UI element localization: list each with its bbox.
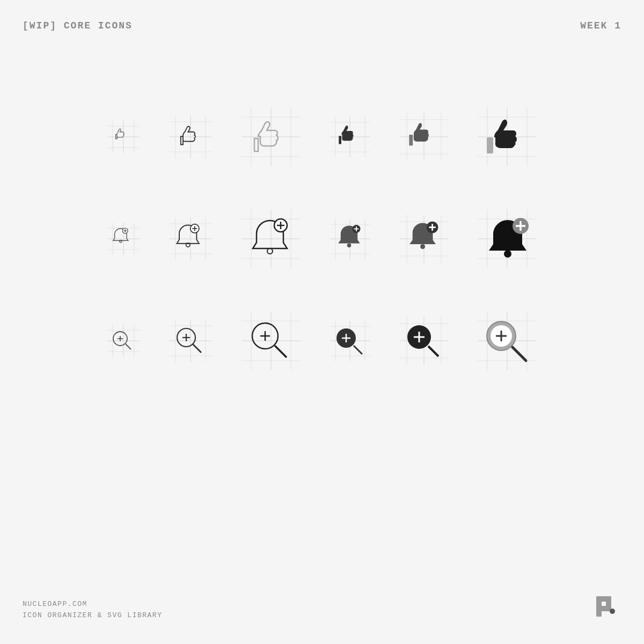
- icon-grid: [0, 107, 644, 370]
- bell-add-icon-xxl: [478, 209, 537, 268]
- svg-line-150: [428, 346, 438, 356]
- nucleo-logo: [592, 592, 621, 621]
- zoom-in-icon-sm: [169, 319, 212, 362]
- bell-add-icon-lg: [330, 219, 370, 259]
- footer-line1: NUCLEOAPP.COM: [23, 599, 162, 610]
- thumbs-up-icon-xs: [107, 121, 140, 153]
- svg-rect-37: [487, 137, 493, 153]
- footer-line2: ICON ORGANIZER & SVG LIBRARY: [23, 610, 162, 621]
- bell-add-row: [107, 209, 537, 268]
- svg-line-120: [193, 344, 201, 353]
- bell-add-icon-xl: [400, 215, 448, 263]
- svg-point-167: [610, 609, 615, 614]
- zoom-in-icon-xl: [400, 317, 448, 365]
- thumbs-up-icon-lg: [330, 117, 370, 157]
- header-right: WEEK 1: [580, 20, 621, 31]
- svg-rect-166: [596, 606, 611, 611]
- thumbs-up-icon-xxl: [478, 107, 537, 166]
- svg-line-130: [275, 346, 287, 357]
- svg-line-162: [513, 347, 526, 361]
- svg-line-110: [126, 344, 131, 349]
- svg-point-77: [347, 243, 352, 247]
- thumbs-up-row: [107, 107, 537, 166]
- thumbs-up-icon-sm: [169, 115, 212, 158]
- zoom-in-icon-xs: [107, 325, 140, 357]
- thumbs-up-icon-md: [241, 107, 301, 166]
- svg-point-97: [504, 250, 511, 258]
- bell-add-icon-xs: [107, 223, 140, 255]
- svg-line-140: [354, 346, 362, 354]
- svg-rect-30: [409, 135, 413, 145]
- zoom-in-row: [107, 311, 537, 370]
- zoom-in-icon-md: [241, 311, 301, 370]
- svg-point-87: [420, 244, 425, 249]
- thumbs-up-icon-xl: [400, 113, 448, 161]
- footer-branding: NUCLEOAPP.COM ICON ORGANIZER & SVG LIBRA…: [23, 599, 162, 621]
- svg-point-67: [267, 248, 273, 254]
- zoom-in-icon-lg: [330, 321, 370, 361]
- header-left: [WIP] CORE ICONS: [23, 20, 133, 31]
- bell-add-icon-sm: [169, 217, 212, 260]
- zoom-in-icon-xxl: [478, 311, 537, 370]
- bell-add-icon-md: [241, 209, 301, 268]
- svg-point-45: [120, 240, 122, 243]
